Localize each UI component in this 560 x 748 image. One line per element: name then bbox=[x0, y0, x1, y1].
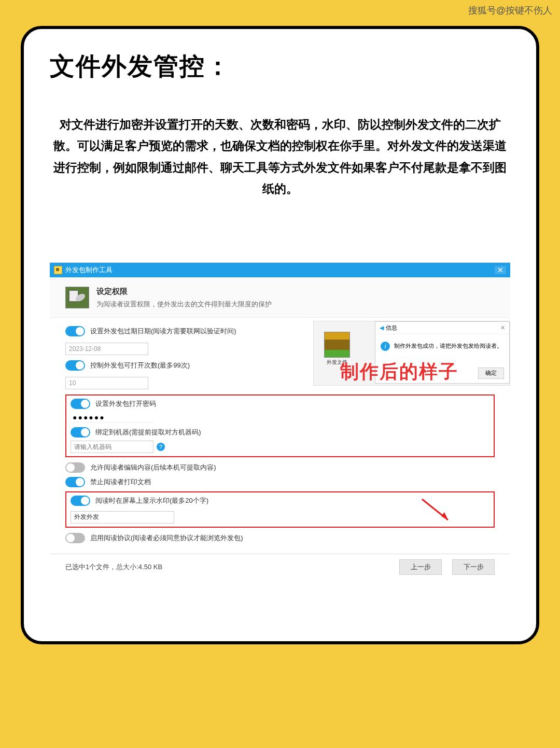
info-icon: i bbox=[381, 342, 390, 351]
dialog-header: ◀ 信息 ✕ bbox=[375, 322, 509, 334]
label-password: 设置外发包打开密码 bbox=[95, 399, 156, 408]
label-expire: 设置外发包过期日期(阅读方需要联网以验证时间) bbox=[90, 327, 236, 336]
header-title: 设定权限 bbox=[96, 287, 495, 297]
input-watermark[interactable] bbox=[71, 511, 174, 524]
input-open-times[interactable] bbox=[65, 377, 148, 389]
main-card: 文件外发管控： 对文件进行加密并设置打开的天数、次数和密码，水印、防以控制外发文… bbox=[21, 26, 539, 644]
dialog-message: 制作外发包成功，请把外发包发给阅读者。 bbox=[394, 342, 502, 350]
highlight-box-1: 设置外发包打开密码 ●●●●●● 绑定到机器(需提前提取对方机器码) ? bbox=[65, 394, 495, 457]
header-section: 设定权限 为阅读者设置权限，使外发出去的文件得到最大限度的保护 bbox=[50, 277, 510, 318]
dialog-ok-button[interactable]: 确定 bbox=[478, 368, 504, 379]
toggle-protocol[interactable] bbox=[65, 533, 85, 543]
label-bind-machine: 绑定到机器(需提前提取对方机器码) bbox=[95, 428, 201, 437]
dialog-close-icon[interactable]: ✕ bbox=[500, 324, 505, 331]
dialog-body: i 制作外发包成功，请把外发包发给阅读者。 bbox=[375, 334, 509, 358]
toggle-expire[interactable] bbox=[65, 326, 85, 336]
row-protocol: 启用阅读协议(阅读者必须同意协议才能浏览外发包) bbox=[65, 533, 495, 543]
toggle-bind-machine[interactable] bbox=[71, 427, 90, 437]
title-bar: 外发包制作工具 ✕ bbox=[50, 263, 510, 277]
header-subtitle: 为阅读者设置权限，使外发出去的文件得到最大限度的保护 bbox=[96, 300, 495, 309]
toggle-watermark[interactable] bbox=[71, 496, 90, 506]
status-text: 已选中1个文件，总大小:4.50 KB bbox=[65, 562, 162, 572]
archive-icon bbox=[324, 332, 350, 358]
send-icon: ◀ bbox=[380, 324, 384, 331]
input-password[interactable]: ●●●●●● bbox=[71, 412, 153, 423]
label-no-print: 禁止阅读者打印文档 bbox=[90, 477, 151, 487]
row-bind-machine: 绑定到机器(需提前提取对方机器码) bbox=[71, 427, 489, 437]
toggle-open-times[interactable] bbox=[65, 360, 85, 371]
app-window: 外发包制作工具 ✕ 设定权限 为阅读者设置权限，使外发出去的文件得到最大限度的保… bbox=[50, 262, 510, 580]
svg-marker-1 bbox=[441, 512, 448, 520]
app-icon bbox=[54, 266, 62, 274]
toggle-allow-edit[interactable] bbox=[65, 462, 85, 473]
label-open-times: 控制外发包可打开次数(最多99次) bbox=[90, 361, 190, 370]
window-title: 外发包制作工具 bbox=[65, 265, 113, 275]
dialog-title: 信息 bbox=[386, 324, 397, 332]
label-protocol: 启用阅读协议(阅读者必须同意协议才能浏览外发包) bbox=[90, 533, 243, 543]
overlay-annotation: 制作后的样子 bbox=[340, 359, 458, 385]
label-watermark: 阅读时在屏幕上显示水印(最多20个字) bbox=[95, 496, 208, 505]
row-allow-edit: 允许阅读者编辑内容(后续本机可提取内容) bbox=[65, 462, 495, 473]
close-icon[interactable]: ✕ bbox=[495, 266, 506, 274]
row-password: 设置外发包打开密码 bbox=[71, 399, 489, 409]
input-expire-date[interactable] bbox=[65, 343, 148, 355]
page-title: 文件外发管控： bbox=[50, 50, 510, 83]
description-text: 对文件进行加密并设置打开的天数、次数和密码，水印、防以控制外发文件的二次扩散。可… bbox=[50, 114, 510, 200]
row-no-print: 禁止阅读者打印文档 bbox=[65, 477, 495, 487]
permission-icon bbox=[65, 287, 89, 308]
form-area: 设置外发包过期日期(阅读方需要联网以验证时间) 控制外发包可打开次数(最多99次… bbox=[50, 318, 510, 554]
next-button[interactable]: 下一步 bbox=[452, 559, 495, 575]
status-bar: 已选中1个文件，总大小:4.50 KB 上一步 下一步 bbox=[50, 554, 510, 580]
toggle-password[interactable] bbox=[71, 399, 90, 409]
watermark-text: 搜狐号@按键不伤人 bbox=[468, 4, 552, 17]
toggle-no-print[interactable] bbox=[65, 477, 85, 487]
input-machine-code[interactable] bbox=[71, 441, 153, 453]
help-icon[interactable]: ? bbox=[157, 443, 165, 451]
prev-button[interactable]: 上一步 bbox=[399, 559, 442, 575]
label-allow-edit: 允许阅读者编辑内容(后续本机可提取内容) bbox=[90, 463, 216, 472]
arrow-icon bbox=[419, 497, 456, 528]
